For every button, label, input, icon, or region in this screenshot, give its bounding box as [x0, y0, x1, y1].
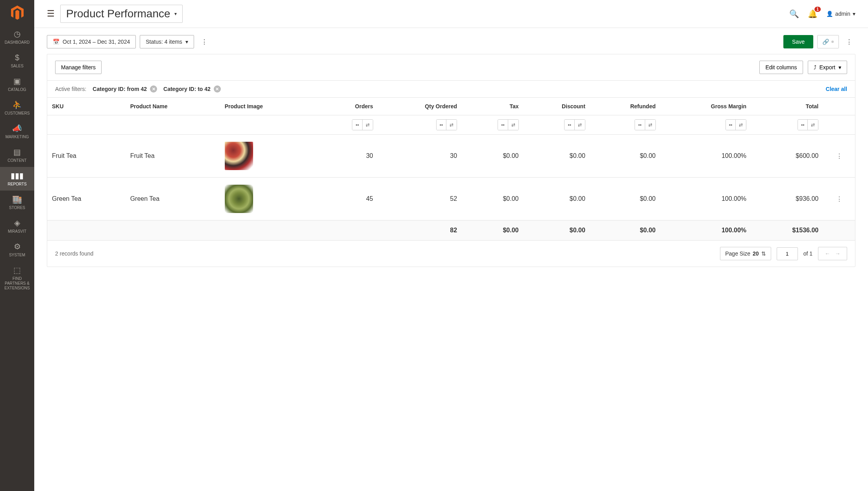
sort-chart-icon[interactable]: ▪▪ — [635, 120, 645, 130]
col-tax[interactable]: Tax — [462, 98, 523, 115]
card-footer: 2 records found Page Size 20 ⇅ of 1 ← → — [47, 241, 855, 267]
nav-label: MIRASVIT — [8, 229, 26, 234]
nav-marketing[interactable]: 📣MARKETING — [0, 120, 34, 143]
date-range-text: Oct 1, 2024 – Dec 31, 2024 — [63, 39, 130, 45]
col-refunded[interactable]: Refunded — [590, 98, 661, 115]
box-icon: ▣ — [13, 76, 21, 86]
calendar-icon: 📅 — [53, 39, 59, 45]
cell-tax: $0.00 — [462, 178, 523, 220]
records-found: 2 records found — [55, 250, 93, 257]
filter-chip-text: Category ID: to 42 — [163, 86, 211, 92]
active-filters-bar: Active filters: Category ID: from 42 ✕ C… — [47, 80, 855, 98]
nav-content[interactable]: ▤CONTENT — [0, 143, 34, 167]
status-dot — [831, 41, 834, 43]
user-icon: 👤 — [826, 11, 833, 17]
export-label: Export — [820, 64, 835, 70]
sort-chart-icon[interactable]: ▪▪ — [726, 120, 736, 130]
nav-catalog[interactable]: ▣CATALOG — [0, 72, 34, 96]
nav-dashboard[interactable]: ◷DASHBOARD — [0, 25, 34, 49]
col-sku[interactable]: SKU — [47, 98, 126, 115]
nav-sales[interactable]: $SALES — [0, 49, 34, 72]
manage-filters-button[interactable]: Manage filters — [55, 61, 102, 74]
hamburger-icon[interactable]: ☰ — [47, 9, 55, 19]
next-page-icon[interactable]: → — [833, 250, 842, 257]
cell-qty: 30 — [378, 135, 462, 178]
toolbar-right-more-icon[interactable]: ⋮ — [843, 36, 855, 48]
sort-swap-icon[interactable]: ⇄ — [575, 120, 585, 130]
clear-all-filters[interactable]: Clear all — [826, 86, 847, 92]
table-header-row: SKU Product Name Product Image Orders Qt… — [47, 98, 855, 115]
sort-swap-icon[interactable]: ⇄ — [446, 120, 457, 130]
nav-label: FIND PARTNERS & EXTENSIONS — [2, 276, 33, 291]
nav-partners[interactable]: ⬚FIND PARTNERS & EXTENSIONS — [0, 261, 34, 295]
nav-reports[interactable]: ▮▮▮REPORTS — [0, 167, 34, 191]
save-button[interactable]: Save — [783, 35, 813, 48]
row-actions-icon[interactable]: ⋮ — [823, 178, 855, 220]
sort-swap-icon[interactable]: ⇄ — [645, 120, 655, 130]
search-icon[interactable]: 🔍 — [789, 9, 799, 19]
remove-filter-icon[interactable]: ✕ — [214, 85, 221, 93]
status-filter[interactable]: Status: 4 items ▾ — [140, 35, 194, 48]
page-size-label: Page Size — [725, 250, 750, 257]
table-row: Green Tea Green Tea 45 52 $0.00 $0.00 $0… — [47, 178, 855, 220]
total-margin: 100.00% — [661, 220, 751, 241]
share-button[interactable]: 🔗 — [817, 35, 839, 48]
gem-icon: ◈ — [14, 218, 20, 228]
totals-row: 82 $0.00 $0.00 $0.00 100.00% $1536.00 — [47, 220, 855, 241]
megaphone-icon: 📣 — [12, 124, 22, 133]
date-range-picker[interactable]: 📅 Oct 1, 2024 – Dec 31, 2024 — [47, 35, 136, 48]
cell-qty: 52 — [378, 178, 462, 220]
nav-mirasvit[interactable]: ◈MIRASVIT — [0, 214, 34, 238]
caret-down-icon: ▾ — [174, 11, 177, 17]
sort-swap-icon[interactable]: ⇄ — [808, 120, 818, 130]
prev-page-icon[interactable]: ← — [823, 250, 832, 257]
admin-menu[interactable]: 👤 admin ▾ — [826, 11, 855, 17]
filter-chip: Category ID: from 42 ✕ — [93, 85, 157, 93]
toolbar-more-icon[interactable]: ⋮ — [198, 36, 211, 48]
cell-discount: $0.00 — [524, 135, 590, 178]
product-image-thumb — [225, 142, 253, 170]
sort-chart-icon[interactable]: ▪▪ — [498, 120, 508, 130]
sort-swap-icon[interactable]: ⇄ — [363, 120, 373, 130]
sort-chart-icon[interactable]: ▪▪ — [564, 120, 575, 130]
notifications-icon[interactable]: 🔔1 — [808, 9, 818, 19]
row-actions-icon[interactable]: ⋮ — [823, 135, 855, 178]
main-content: ☰ Product Performance ▾ 🔍 🔔1 👤 admin ▾ 📅… — [34, 0, 868, 491]
table-row: Fruit Tea Fruit Tea 30 30 $0.00 $0.00 $0… — [47, 135, 855, 178]
col-total[interactable]: Total — [751, 98, 823, 115]
cell-sku: Green Tea — [47, 178, 126, 220]
nav-label: SYSTEM — [9, 253, 25, 258]
col-product-name[interactable]: Product Name — [126, 98, 220, 115]
nav-customers[interactable]: ⛹CUSTOMERS — [0, 96, 34, 120]
cell-product-image — [220, 178, 316, 220]
col-product-image[interactable]: Product Image — [220, 98, 316, 115]
sort-swap-icon[interactable]: ⇄ — [736, 120, 746, 130]
nav-stores[interactable]: 🏬STORES — [0, 191, 34, 214]
edit-columns-button[interactable]: Edit columns — [759, 61, 803, 74]
export-button[interactable]: ⤴ Export ▾ — [808, 61, 847, 74]
cell-orders: 30 — [316, 135, 378, 178]
sort-chart-icon[interactable]: ▪▪ — [437, 120, 447, 130]
nav-system[interactable]: ⚙SYSTEM — [0, 238, 34, 261]
caret-updown-icon: ⇅ — [761, 250, 766, 257]
cell-margin: 100.00% — [661, 135, 751, 178]
current-page-input[interactable] — [777, 247, 798, 260]
col-discount[interactable]: Discount — [524, 98, 590, 115]
magento-logo[interactable] — [9, 5, 25, 20]
cell-margin: 100.00% — [661, 178, 751, 220]
report-toolbar: 📅 Oct 1, 2024 – Dec 31, 2024 Status: 4 i… — [34, 28, 868, 54]
sort-swap-icon[interactable]: ⇄ — [508, 120, 518, 130]
report-card: Manage filters Edit columns ⤴ Export ▾ A… — [47, 54, 855, 267]
caret-down-icon: ▾ — [185, 39, 188, 45]
col-qty-ordered[interactable]: Qty Ordered — [378, 98, 462, 115]
nav-label: STORES — [9, 206, 25, 210]
col-gross-margin[interactable]: Gross Margin — [661, 98, 751, 115]
sort-chart-icon[interactable]: ▪▪ — [798, 120, 808, 130]
sort-chart-icon[interactable]: ▪▪ — [352, 120, 363, 130]
col-orders[interactable]: Orders — [316, 98, 378, 115]
page-title-dropdown[interactable]: Product Performance ▾ — [60, 5, 183, 23]
share-icon: 🔗 — [822, 39, 829, 45]
cell-refunded: $0.00 — [590, 178, 661, 220]
page-size-select[interactable]: Page Size 20 ⇅ — [720, 247, 771, 260]
remove-filter-icon[interactable]: ✕ — [150, 85, 157, 93]
